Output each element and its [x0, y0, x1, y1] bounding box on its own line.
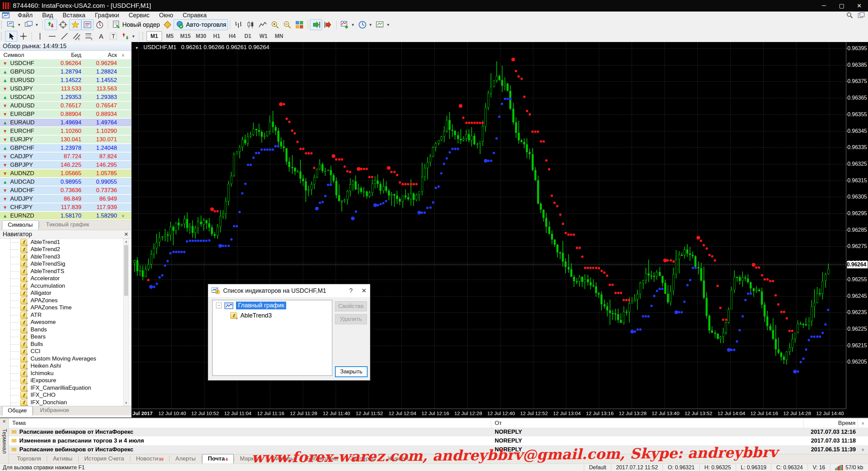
tree-item-label[interactable]: Главный график	[236, 302, 286, 309]
chart-line-button[interactable]	[257, 19, 269, 30]
navigator-item-label[interactable]: Bulls	[31, 341, 43, 348]
navigator-item-Accelerator[interactable]: fAccelerator	[0, 275, 122, 283]
zoom-out-button[interactable]	[281, 19, 293, 30]
terminal-close-icon[interactable]: ✕	[2, 419, 6, 424]
terminal-tab-Новости[interactable]: Новости99	[131, 454, 169, 464]
navigator-item-Bands[interactable]: fBands	[0, 326, 122, 333]
terminal-toggle-button[interactable]	[81, 19, 94, 30]
terminal-tab-Алерты[interactable]: Алерты	[170, 454, 201, 464]
symbol-row-AUDNZD[interactable]: ▼AUDNZD1.056651.05785	[0, 169, 131, 177]
navigator-item-IFX_Donchian[interactable]: fIFX_Donchian	[0, 399, 122, 406]
symbol-row-AUDCAD[interactable]: ▲AUDCAD0.989550.99055	[0, 178, 131, 186]
scroll-up-icon[interactable]: ∧	[858, 421, 868, 426]
navigator-item-label[interactable]: Bands	[31, 326, 47, 333]
cursor-button[interactable]	[5, 31, 17, 42]
navigator-item-label[interactable]: AbleTrend3	[31, 253, 60, 260]
timeframe-D1-button[interactable]: D1	[240, 31, 256, 41]
navigator-item-AbleTrendTS[interactable]: fAbleTrendTS	[0, 268, 122, 275]
new-chart-button[interactable]: +▼	[5, 19, 23, 30]
chart-window[interactable]: 0.963950.963850.963750.963650.963550.963…	[132, 42, 868, 417]
mail-row[interactable]: ✉Изменения в расписании торгов 3 и 4 июл…	[9, 436, 868, 445]
properties-button[interactable]: Свойства	[335, 301, 367, 311]
indicators-list-button[interactable]: ▼	[339, 19, 356, 30]
chart-menu-icon[interactable]	[135, 44, 139, 51]
horizontal-line-button[interactable]	[46, 31, 58, 42]
text-button[interactable]: A	[95, 31, 107, 42]
dialog-indicator-tree[interactable]: − Главный график f AbleTrend3	[212, 300, 332, 376]
timeframe-M1-button[interactable]: M1	[146, 31, 162, 41]
scroll-down-icon[interactable]: ∨	[123, 401, 129, 405]
chevron-down-icon[interactable]: ▼	[35, 23, 39, 27]
navigator-item-label[interactable]: IFX_CamarilliaEquation	[31, 385, 91, 391]
mail-subject[interactable]: ✉Изменения в расписании торгов 3 и 4 июл…	[9, 437, 491, 445]
trendline-button[interactable]	[58, 31, 71, 42]
navigator-item-Bears[interactable]: fBears	[0, 333, 122, 341]
strategy-tester-button[interactable]	[94, 19, 106, 30]
timeframe-W1-button[interactable]: W1	[256, 31, 271, 41]
timeframe-M15-button[interactable]: M15	[178, 31, 193, 41]
mail-subject[interactable]: ✉Расписание вебинаров от ИнстаФорекс	[9, 446, 491, 453]
chevron-down-icon[interactable]: ▼	[17, 23, 21, 27]
delete-button[interactable]: Удалить	[335, 314, 367, 324]
symbol-row-USDJPY[interactable]: ▼USDJPY113.533113.563	[0, 85, 131, 93]
navigator-item-label[interactable]: ATR	[31, 312, 42, 319]
scroll-up-icon[interactable]: ∧	[120, 53, 126, 58]
navigator-item-label[interactable]: Ichimoku	[31, 370, 54, 377]
navigator-scrollbar[interactable]: ∧ ∨	[123, 239, 129, 406]
tree-item-main-chart[interactable]: − Главный график	[213, 300, 332, 310]
navigator-item-Bulls[interactable]: fBulls	[0, 341, 122, 348]
arrows-button[interactable]: ▼	[119, 31, 137, 42]
menu-Сервис[interactable]: Сервис	[124, 12, 154, 19]
tab-Символы[interactable]: Символы	[2, 220, 39, 230]
navigator-item-CCI[interactable]: fCCI	[0, 348, 122, 355]
navigator-item-AbleTrend3[interactable]: fAbleTrend3	[0, 253, 122, 261]
symbol-row-EURUSD[interactable]: ▲EURUSD1.145221.14552	[0, 76, 131, 84]
timeframe-M30-button[interactable]: M30	[193, 31, 209, 41]
market-watch-toggle-button[interactable]	[45, 19, 57, 30]
menu-Справка[interactable]: Справка	[178, 12, 212, 19]
metaeditor-button[interactable]	[161, 19, 174, 30]
navigator-item-Heiken Ashi[interactable]: fHeiken Ashi	[0, 363, 122, 370]
symbol-row-EURJPY[interactable]: ▼EURJPY130.041130.071	[0, 136, 131, 143]
navigator-item-Ichimoku[interactable]: fIchimoku	[0, 370, 122, 377]
timeframe-M5-button[interactable]: M5	[162, 31, 178, 41]
navigator-item-label[interactable]: IFX_Donchian	[31, 399, 67, 406]
symbol-row-AUDUSD[interactable]: ▼AUDUSD0.765170.76547	[0, 102, 131, 109]
symbol-row-GBPUSD[interactable]: ▲GBPUSD1.287941.28824	[0, 68, 131, 76]
close-dialog-button[interactable]: Закрыть	[335, 366, 368, 377]
chevron-down-icon[interactable]: ▼	[386, 23, 390, 27]
chevron-down-icon[interactable]: ▼	[132, 34, 135, 38]
col-time[interactable]: Время	[804, 419, 858, 428]
symbol-row-USDCAD[interactable]: ▲USDCAD1.293531.29383	[0, 93, 131, 101]
tab-Общие[interactable]: Общие	[2, 406, 33, 415]
menu-Файл[interactable]: Файл	[13, 12, 37, 19]
navigator-item-Accumulation[interactable]: fAccumulation	[0, 282, 122, 290]
col-symbol[interactable]: Символ	[0, 52, 52, 59]
navigator-item-IFX_CHO[interactable]: fIFX_CHO	[0, 392, 122, 399]
vertical-line-button[interactable]	[34, 31, 46, 42]
navigator-item-iExposure[interactable]: fiExposure	[0, 377, 122, 385]
symbol-row-EURCHF[interactable]: ▼EURCHF1.102601.10290	[0, 127, 131, 135]
maximize-button[interactable]	[833, 0, 850, 12]
menu-Вид[interactable]: Вид	[37, 12, 58, 19]
data-window-button[interactable]	[57, 19, 69, 30]
tree-item-label[interactable]: AbleTrend3	[240, 312, 272, 319]
chevron-down-icon[interactable]: ▼	[351, 23, 355, 27]
profiles-button[interactable]: ▼	[23, 19, 40, 30]
mail-subject[interactable]: ✉Расписание вебинаров от ИнстаФорекс	[9, 428, 491, 436]
tree-item-abletrend3[interactable]: f AbleTrend3	[213, 310, 332, 321]
symbol-row-EURGBP[interactable]: ▼EURGBP0.889040.88934	[0, 110, 131, 118]
terminal-tab-Маркет[interactable]: Маркет	[235, 454, 265, 464]
time-axis[interactable]: 12 Jul 201712 Jul 10:4012 Jul 10:5212 Ju…	[132, 409, 846, 418]
templates-button[interactable]: ▼	[374, 19, 392, 30]
navigator-item-label[interactable]: Heiken Ashi	[31, 363, 61, 369]
tile-windows-button[interactable]	[293, 19, 305, 30]
status-profile[interactable]: Default	[584, 464, 611, 471]
navigator-item-label[interactable]: CCI	[31, 348, 40, 355]
terminal-tab-Активы[interactable]: Активы	[47, 454, 78, 464]
minimize-button[interactable]	[815, 0, 833, 12]
navigator-item-label[interactable]: IFX_CHO	[31, 392, 56, 398]
chevron-down-icon[interactable]: ▼	[369, 23, 372, 27]
terminal-side-label[interactable]: Терминал	[1, 429, 7, 454]
navigator-item-label[interactable]: AbleTrendSig	[31, 261, 65, 267]
